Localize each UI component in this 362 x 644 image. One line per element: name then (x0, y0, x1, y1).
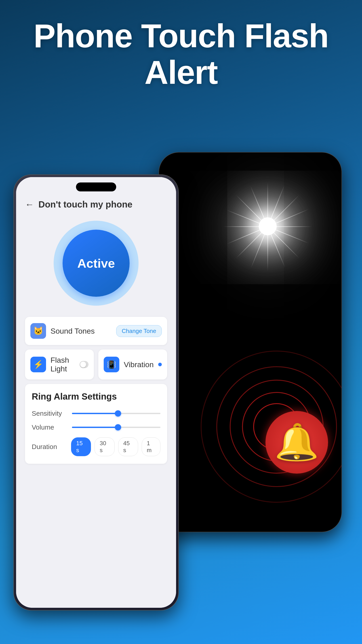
vibration-label: Vibration (124, 360, 154, 369)
toggle-knob (80, 362, 86, 368)
sensitivity-label: Sensitivity (32, 410, 67, 417)
vibration-icon: 📳 (104, 357, 119, 372)
dynamic-island (76, 182, 116, 192)
title-section: Phone Touch Flash Alert (0, 0, 362, 91)
screen-title-text: Don't touch my phone (38, 200, 132, 210)
sound-tones-label: Sound Tones (50, 327, 95, 336)
duration-row: Duration 15 s 30 s 45 s 1 m (32, 438, 160, 456)
duration-30s[interactable]: 30 s (94, 438, 114, 456)
volume-fill (72, 427, 118, 428)
vibration-card: 📳 Vibration (98, 350, 167, 380)
ring-alarm-title: Ring Alarm Settings (32, 392, 160, 402)
phone-front: ← Don't touch my phone Active 🐱 (13, 174, 179, 610)
active-button-container: Active (25, 221, 167, 306)
change-tone-button[interactable]: Change Tone (116, 325, 162, 337)
flash-light-effect (212, 170, 324, 282)
flash-core (259, 217, 277, 235)
sensitivity-slider[interactable] (72, 413, 160, 414)
duration-45s[interactable]: 45 s (118, 438, 138, 456)
bell-container: 🔔 (266, 411, 328, 474)
back-button[interactable]: ← (25, 200, 34, 210)
screen-header: ← Don't touch my phone (25, 200, 167, 210)
bell-icon: 🔔 (274, 421, 319, 463)
ring-alarm-section: Ring Alarm Settings Sensitivity Volume (25, 384, 167, 464)
volume-label: Volume (32, 424, 67, 431)
volume-slider[interactable] (72, 427, 160, 428)
main-title: Phone Touch Flash Alert (0, 18, 362, 91)
volume-thumb (115, 424, 121, 430)
duration-label: Duration (32, 443, 67, 450)
active-button[interactable]: Active (62, 230, 130, 297)
sound-tones-row: 🐱 Sound Tones Change Tone (25, 317, 167, 345)
flash-vibration-row: ⚡ Flash Light 📳 Vibration (25, 350, 167, 380)
flash-light-card: ⚡ Flash Light (25, 350, 94, 380)
active-ring: Active (54, 221, 139, 306)
flash-light-icon: ⚡ (30, 357, 46, 372)
phones-container: 🔔 ← Don't touch my phone Active (13, 130, 349, 644)
sensitivity-fill (72, 413, 118, 414)
sensitivity-row: Sensitivity (32, 410, 160, 417)
vibration-toggle[interactable] (158, 363, 162, 366)
flash-light-toggle[interactable] (79, 361, 88, 368)
phone-back: 🔔 (159, 152, 342, 532)
volume-row: Volume (32, 424, 160, 431)
screen-content: ← Don't touch my phone Active 🐱 (16, 177, 176, 608)
duration-1m[interactable]: 1 m (142, 438, 160, 456)
phone-front-screen: ← Don't touch my phone Active 🐱 (16, 177, 176, 608)
duration-15s[interactable]: 15 s (71, 438, 91, 456)
sound-tones-icon: 🐱 (30, 323, 46, 339)
phone-back-screen: 🔔 (159, 152, 342, 532)
sensitivity-thumb (115, 410, 121, 416)
flash-light-label: Flash Light (50, 356, 75, 373)
sound-tones-card[interactable]: 🐱 Sound Tones Change Tone (25, 317, 167, 345)
